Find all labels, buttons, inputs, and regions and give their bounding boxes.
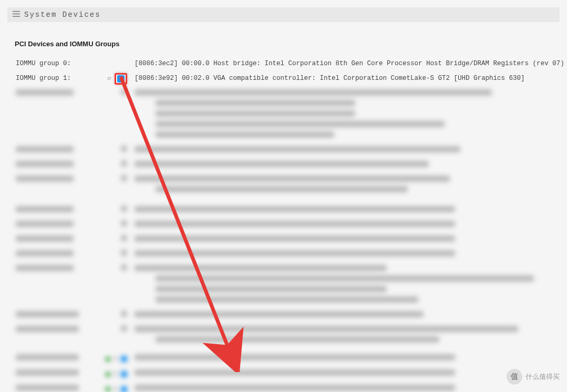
iommu-group-1-row: IOMMU group 1: ⇄ ✓ [8086:3e92] 00:02.0 V…	[0, 71, 567, 87]
iommu-group-0-row: IOMMU group 0: [8086:3ec2] 00:00.0 Host …	[0, 56, 567, 71]
watermark-badge-icon: 值	[507, 369, 522, 385]
svg-rect-1	[13, 13, 20, 14]
device-list: IOMMU group 0: [8086:3ec2] 00:00.0 Host …	[0, 52, 567, 392]
blue-indicator	[121, 386, 127, 392]
svg-rect-2	[13, 16, 20, 16]
swap-icon[interactable]: ⇄	[107, 74, 111, 85]
panel-header: System Devices	[7, 7, 560, 22]
iommu-group-blurred: ⇄	[0, 382, 567, 392]
section-title: PCI Devices and IOMMU Groups	[0, 29, 567, 52]
group-label: IOMMU group 0:	[16, 58, 100, 69]
watermark-text: 什么值得买	[525, 372, 560, 381]
iommu-group-blurred	[0, 308, 567, 323]
panel-title: System Devices	[24, 11, 101, 19]
list-icon	[13, 11, 20, 19]
watermark: 值 什么值得买	[507, 369, 560, 385]
iommu-group-blurred	[0, 262, 567, 308]
bind-checkbox-highlighted: ✓	[115, 73, 127, 85]
iommu-group-blurred	[0, 323, 567, 348]
green-indicator	[106, 387, 110, 391]
iommu-group-blurred: ⇄	[0, 352, 567, 367]
device-desc: [8086:3ec2] 00:00.0 Host bridge: Intel C…	[131, 58, 567, 69]
svg-rect-0	[13, 11, 20, 12]
iommu-group-blurred	[0, 203, 567, 218]
iommu-group-blurred	[0, 158, 567, 173]
iommu-group-blurred	[0, 218, 567, 233]
group-label: IOMMU group 1:	[16, 73, 100, 84]
blue-indicator	[121, 371, 127, 377]
blue-indicator	[121, 356, 127, 362]
iommu-group-blurred	[0, 143, 567, 158]
iommu-group-blurred: ⇄	[0, 367, 567, 382]
device-desc: [8086:3e92] 00:02.0 VGA compatible contr…	[131, 73, 567, 84]
green-indicator	[106, 357, 110, 362]
bind-checkbox[interactable]: ✓	[117, 75, 125, 82]
iommu-group-blurred	[0, 87, 567, 143]
green-indicator	[106, 372, 110, 377]
iommu-group-blurred	[0, 173, 567, 198]
iommu-group-blurred	[0, 233, 567, 247]
iommu-group-blurred	[0, 247, 567, 262]
